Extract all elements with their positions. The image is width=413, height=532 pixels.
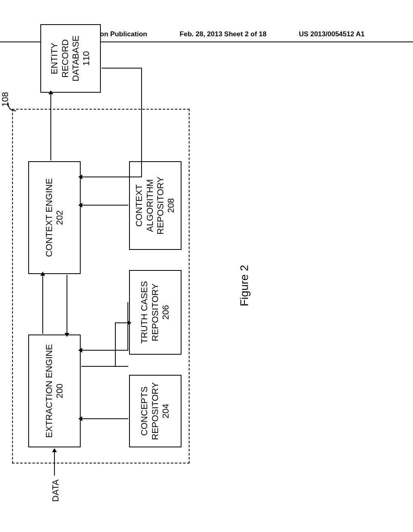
header-center: Feb. 28, 2013 Sheet 2 of 18 xyxy=(179,30,266,38)
box-ref: 200 xyxy=(54,384,65,399)
diagram: 108 DATA EXTRACTION ENGINE 200 CONTEXT E… xyxy=(0,145,391,403)
arrow-db-ce-v xyxy=(102,68,142,69)
entity-db-box: ENTITY RECORD DATABASE 110 xyxy=(40,24,101,93)
arrowhead-icon xyxy=(78,175,82,179)
figure-caption: Figure 2 xyxy=(238,265,251,306)
arrow-ee-truth-v2 xyxy=(115,322,128,323)
arrow-ee-truth-h xyxy=(115,322,116,367)
arrowhead-icon xyxy=(48,90,53,94)
arrowhead-icon xyxy=(78,203,82,208)
arrow-truth-ee-h xyxy=(127,302,128,351)
extraction-engine-box: EXTRACTION ENGINE 200 xyxy=(28,335,81,447)
arrowhead-icon xyxy=(40,272,45,276)
box-title: EXTRACTION ENGINE xyxy=(44,344,54,438)
concepts-repo-box: CONCEPTS REPOSITORY 204 xyxy=(129,375,181,447)
ref-bracket-icon xyxy=(6,101,18,113)
box-title: CONCEPTS REPOSITORY xyxy=(139,377,161,445)
arrow-data-in xyxy=(54,451,55,476)
context-engine-box: CONTEXT ENGINE 202 xyxy=(28,161,81,274)
arrowhead-icon xyxy=(52,448,57,452)
arrow-db-ce-v2 xyxy=(81,177,142,177)
arrow-ce-ee xyxy=(67,275,67,334)
box-ref: 202 xyxy=(54,210,65,225)
arrowhead-icon xyxy=(65,333,69,337)
box-ref: 206 xyxy=(161,305,171,320)
box-ref: 208 xyxy=(166,198,176,213)
header-right: US 2013/0054512 A1 xyxy=(299,30,365,38)
arrow-ce-db xyxy=(50,94,51,160)
context-algo-repo-box: CONTEXT ALGORITHM REPOSITORY 208 xyxy=(129,161,181,250)
arrow-ee-ce xyxy=(42,275,43,334)
box-ref: 110 xyxy=(81,51,92,66)
data-input-label: DATA xyxy=(50,480,61,502)
arrow-ee-truth xyxy=(81,366,128,367)
box-ref: 204 xyxy=(161,404,171,419)
arrow-db-ce-h xyxy=(141,68,142,177)
arrowhead-icon xyxy=(78,348,82,353)
arrow-truth-ee xyxy=(81,350,128,351)
arrowhead-icon xyxy=(78,416,82,421)
arrow-concepts-ee xyxy=(81,418,128,419)
arrow-algo-ce xyxy=(81,205,128,206)
box-title: TRUTH CASES REPOSITORY xyxy=(139,272,161,352)
truth-cases-repo-box: TRUTH CASES REPOSITORY 206 xyxy=(129,270,181,355)
box-title: CONTEXT ENGINE xyxy=(44,178,54,257)
box-title: ENTITY RECORD DATABASE xyxy=(49,27,81,90)
